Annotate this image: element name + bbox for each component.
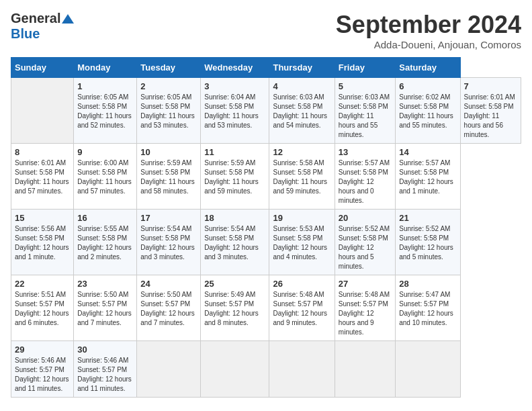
calendar-cell: 12Sunrise: 5:58 AMSunset: 5:58 PMDayligh… xyxy=(269,144,335,210)
calendar-subtitle: Adda-Doueni, Anjouan, Comoros xyxy=(336,39,521,50)
day-number: 25 xyxy=(204,279,265,289)
day-info: Sunrise: 6:03 AMSunset: 5:58 PMDaylight:… xyxy=(273,93,330,130)
day-info: Sunrise: 5:57 AMSunset: 5:58 PMDaylight:… xyxy=(339,158,392,205)
day-number: 22 xyxy=(15,279,70,289)
day-info: Sunrise: 5:49 AMSunset: 5:57 PMDaylight:… xyxy=(204,290,265,328)
calendar-header: SundayMondayTuesdayWednesdayThursdayFrid… xyxy=(11,58,521,78)
header-cell-sunday: Sunday xyxy=(11,58,74,78)
calendar-cell xyxy=(269,341,335,398)
calendar-cell xyxy=(335,341,395,398)
calendar-cell: 28Sunrise: 5:47 AMSunset: 5:57 PMDayligh… xyxy=(396,275,460,341)
day-info: Sunrise: 5:57 AMSunset: 5:58 PMDaylight:… xyxy=(399,158,456,196)
calendar-cell: 8Sunrise: 6:01 AMSunset: 5:58 PMDaylight… xyxy=(11,144,74,210)
day-info: Sunrise: 5:55 AMSunset: 5:58 PMDaylight:… xyxy=(77,224,133,262)
calendar-cell: 5Sunrise: 6:03 AMSunset: 5:58 PMDaylight… xyxy=(335,78,395,144)
calendar-cell: 15Sunrise: 5:56 AMSunset: 5:58 PMDayligh… xyxy=(11,210,74,275)
day-number: 13 xyxy=(339,147,392,157)
day-number: 19 xyxy=(273,213,330,223)
header-cell-friday: Friday xyxy=(335,58,395,78)
calendar-cell: 16Sunrise: 5:55 AMSunset: 5:58 PMDayligh… xyxy=(74,210,137,275)
day-number: 2 xyxy=(140,81,197,91)
day-info: Sunrise: 5:52 AMSunset: 5:58 PMDaylight:… xyxy=(339,224,392,271)
calendar-week-5: 29Sunrise: 5:46 AMSunset: 5:57 PMDayligh… xyxy=(11,341,521,398)
calendar-cell xyxy=(201,341,269,398)
logo: General Blue xyxy=(11,11,75,42)
day-info: Sunrise: 6:01 AMSunset: 5:58 PMDaylight:… xyxy=(464,93,517,140)
day-info: Sunrise: 5:59 AMSunset: 5:58 PMDaylight:… xyxy=(140,158,197,196)
logo-triangle-icon xyxy=(60,13,75,25)
day-number: 28 xyxy=(399,279,456,289)
header-cell-wednesday: Wednesday xyxy=(201,58,269,78)
day-info: Sunrise: 6:00 AMSunset: 5:58 PMDaylight:… xyxy=(77,158,133,196)
day-number: 1 xyxy=(77,81,133,91)
header-cell-monday: Monday xyxy=(74,58,137,78)
day-info: Sunrise: 5:46 AMSunset: 5:57 PMDaylight:… xyxy=(77,356,133,394)
calendar-title: September 2024 xyxy=(336,11,521,39)
day-info: Sunrise: 5:48 AMSunset: 5:57 PMDaylight:… xyxy=(339,290,392,337)
calendar-cell: 3Sunrise: 6:04 AMSunset: 5:58 PMDaylight… xyxy=(201,78,269,144)
logo-blue: Blue xyxy=(11,26,40,41)
calendar-week-3: 15Sunrise: 5:56 AMSunset: 5:58 PMDayligh… xyxy=(11,210,521,275)
calendar-cell: 1Sunrise: 6:05 AMSunset: 5:58 PMDaylight… xyxy=(74,78,137,144)
calendar-week-1: 1Sunrise: 6:05 AMSunset: 5:58 PMDaylight… xyxy=(11,78,521,144)
day-number: 5 xyxy=(339,81,392,91)
calendar-week-2: 8Sunrise: 6:01 AMSunset: 5:58 PMDaylight… xyxy=(11,144,521,210)
calendar-cell: 11Sunrise: 5:59 AMSunset: 5:58 PMDayligh… xyxy=(201,144,269,210)
calendar-cell: 2Sunrise: 6:05 AMSunset: 5:58 PMDaylight… xyxy=(137,78,201,144)
page-header: General Blue September 2024 Adda-Doueni,… xyxy=(11,11,521,50)
day-number: 7 xyxy=(464,81,517,91)
day-info: Sunrise: 6:04 AMSunset: 5:58 PMDaylight:… xyxy=(204,93,265,130)
calendar-cell: 4Sunrise: 6:03 AMSunset: 5:58 PMDaylight… xyxy=(269,78,335,144)
day-number: 26 xyxy=(273,279,330,289)
calendar-cell: 25Sunrise: 5:49 AMSunset: 5:57 PMDayligh… xyxy=(201,275,269,341)
day-info: Sunrise: 5:54 AMSunset: 5:58 PMDaylight:… xyxy=(204,224,265,262)
calendar-body: 1Sunrise: 6:05 AMSunset: 5:58 PMDaylight… xyxy=(11,78,521,398)
calendar-cell: 29Sunrise: 5:46 AMSunset: 5:57 PMDayligh… xyxy=(11,341,74,398)
day-number: 3 xyxy=(204,81,265,91)
day-number: 20 xyxy=(339,213,392,223)
calendar-week-4: 22Sunrise: 5:51 AMSunset: 5:57 PMDayligh… xyxy=(11,275,521,341)
day-number: 30 xyxy=(77,345,133,355)
svg-marker-0 xyxy=(62,14,74,24)
calendar-cell: 14Sunrise: 5:57 AMSunset: 5:58 PMDayligh… xyxy=(396,144,460,210)
calendar-cell: 7Sunrise: 6:01 AMSunset: 5:58 PMDaylight… xyxy=(460,78,521,144)
day-number: 9 xyxy=(77,147,133,157)
day-number: 24 xyxy=(140,279,197,289)
calendar-cell: 19Sunrise: 5:53 AMSunset: 5:58 PMDayligh… xyxy=(269,210,335,275)
day-info: Sunrise: 5:53 AMSunset: 5:58 PMDaylight:… xyxy=(273,224,330,262)
day-info: Sunrise: 5:51 AMSunset: 5:57 PMDaylight:… xyxy=(15,290,70,328)
calendar-cell: 13Sunrise: 5:57 AMSunset: 5:58 PMDayligh… xyxy=(335,144,395,210)
day-info: Sunrise: 5:48 AMSunset: 5:57 PMDaylight:… xyxy=(273,290,330,328)
header-cell-tuesday: Tuesday xyxy=(137,58,201,78)
header-cell-thursday: Thursday xyxy=(269,58,335,78)
calendar-cell: 27Sunrise: 5:48 AMSunset: 5:57 PMDayligh… xyxy=(335,275,395,341)
calendar-cell: 22Sunrise: 5:51 AMSunset: 5:57 PMDayligh… xyxy=(11,275,74,341)
calendar-cell: 23Sunrise: 5:50 AMSunset: 5:57 PMDayligh… xyxy=(74,275,137,341)
day-info: Sunrise: 5:50 AMSunset: 5:57 PMDaylight:… xyxy=(140,290,197,328)
day-number: 8 xyxy=(15,147,70,157)
day-info: Sunrise: 5:58 AMSunset: 5:58 PMDaylight:… xyxy=(273,158,330,196)
header-cell-saturday: Saturday xyxy=(396,58,460,78)
day-number: 14 xyxy=(399,147,456,157)
calendar-cell: 18Sunrise: 5:54 AMSunset: 5:58 PMDayligh… xyxy=(201,210,269,275)
calendar-cell xyxy=(137,341,201,398)
day-number: 27 xyxy=(339,279,392,289)
day-info: Sunrise: 5:46 AMSunset: 5:57 PMDaylight:… xyxy=(15,356,70,394)
day-info: Sunrise: 6:03 AMSunset: 5:58 PMDaylight:… xyxy=(339,93,392,140)
day-number: 12 xyxy=(273,147,330,157)
calendar-cell: 17Sunrise: 5:54 AMSunset: 5:58 PMDayligh… xyxy=(137,210,201,275)
day-info: Sunrise: 6:01 AMSunset: 5:58 PMDaylight:… xyxy=(15,158,70,196)
day-info: Sunrise: 5:59 AMSunset: 5:58 PMDaylight:… xyxy=(204,158,265,196)
day-number: 17 xyxy=(140,213,197,223)
day-info: Sunrise: 5:54 AMSunset: 5:58 PMDaylight:… xyxy=(140,224,197,262)
day-number: 21 xyxy=(399,213,456,223)
calendar-cell: 26Sunrise: 5:48 AMSunset: 5:57 PMDayligh… xyxy=(269,275,335,341)
day-info: Sunrise: 5:56 AMSunset: 5:58 PMDaylight:… xyxy=(15,224,70,262)
day-info: Sunrise: 6:02 AMSunset: 5:58 PMDaylight:… xyxy=(399,93,456,130)
calendar-cell: 6Sunrise: 6:02 AMSunset: 5:58 PMDaylight… xyxy=(396,78,460,144)
header-row: SundayMondayTuesdayWednesdayThursdayFrid… xyxy=(11,58,521,78)
calendar-cell: 9Sunrise: 6:00 AMSunset: 5:58 PMDaylight… xyxy=(74,144,137,210)
calendar-cell xyxy=(11,78,74,144)
day-number: 11 xyxy=(204,147,265,157)
day-number: 10 xyxy=(140,147,197,157)
